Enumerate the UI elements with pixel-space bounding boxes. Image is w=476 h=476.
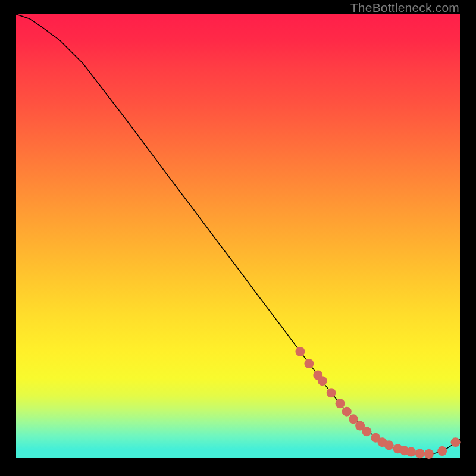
curve-marker xyxy=(342,407,352,416)
curve-marker xyxy=(384,440,394,450)
curve-marker xyxy=(295,347,305,356)
curve-marker xyxy=(327,388,336,397)
plot-area xyxy=(16,14,460,458)
curve-svg xyxy=(16,14,460,458)
curve-marker xyxy=(318,376,327,386)
curve-marker xyxy=(415,449,425,458)
curve-marker xyxy=(362,427,371,436)
bottleneck-curve xyxy=(16,14,460,454)
curve-marker xyxy=(424,449,434,459)
curve-marker xyxy=(406,447,416,457)
curve-marker xyxy=(451,437,461,447)
watermark-text: TheBottleneck.com xyxy=(350,1,459,15)
markers-group xyxy=(295,347,460,459)
curve-marker xyxy=(304,359,314,368)
curve-marker xyxy=(336,399,345,408)
chart-outer-frame: TheBottleneck.com xyxy=(0,0,476,476)
curve-marker xyxy=(437,446,447,456)
